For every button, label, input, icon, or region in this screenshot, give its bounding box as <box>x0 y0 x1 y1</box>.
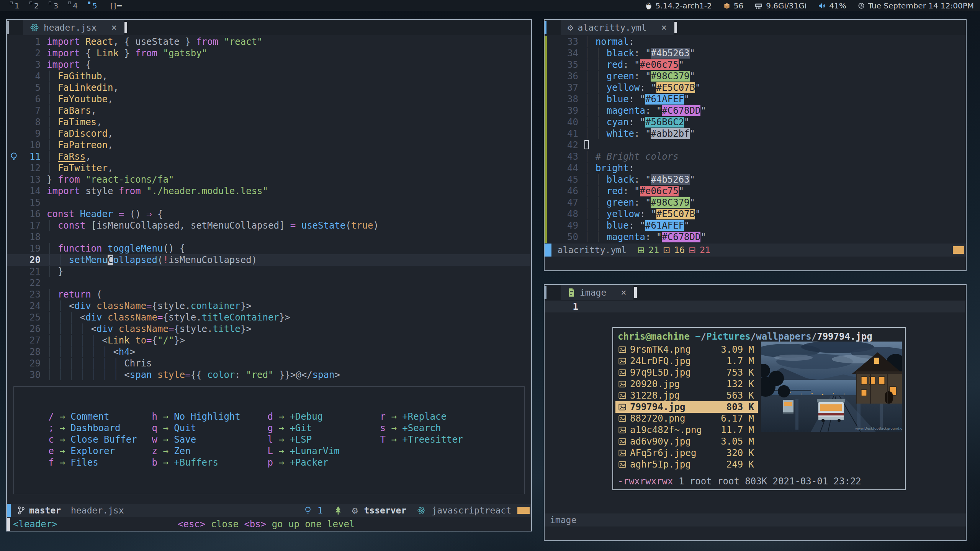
code-line-33[interactable]: 33│ normal: <box>545 36 965 47</box>
whichkey-entry-b[interactable]: b → +Buffers <box>151 457 241 469</box>
file-row-a19c482f~.png[interactable]: a19c482f~.png11.7 M <box>615 424 758 436</box>
code-line-13[interactable]: 13} from "react-icons/fa" <box>7 174 530 185</box>
code-line-25[interactable]: 25│ │ │ <div className={style.titleConta… <box>7 312 530 323</box>
whichkey-entry-s[interactable]: s → +Search <box>380 423 463 434</box>
code-line-26[interactable]: 26│ │ │ │ <div className={style.title}> <box>7 323 530 335</box>
code-line-3[interactable]: 3import { <box>7 59 530 70</box>
code-line-12[interactable]: 12│ FaTwitter, <box>7 162 530 174</box>
whichkey-entry-f[interactable]: f → Files <box>48 457 137 469</box>
code-line-49[interactable]: 49│ │ blue: "#61AFEF" <box>545 220 965 231</box>
whichkey-entry-c[interactable]: c → Close Buffer <box>48 434 137 446</box>
code-line-35[interactable]: 35│ │ red: "#e06c75" <box>545 59 965 70</box>
whichkey-entry-L[interactable]: L → +LunarVim <box>267 446 339 457</box>
whichkey-entry-w[interactable]: w → Save <box>151 434 241 446</box>
command-line-bottom-right[interactable] <box>545 527 966 540</box>
close-icon[interactable]: × <box>621 287 626 298</box>
workspace-button-1[interactable]: 1 <box>10 1 20 10</box>
code-line-41[interactable]: 41│ │ white: "#abb2bf" <box>545 128 965 139</box>
code-line-30[interactable]: 30│ │ │ │ │ │ │ <span style={{ color: "r… <box>7 369 530 381</box>
code-line-23[interactable]: 23│ return ( <box>7 289 530 300</box>
code-line-28[interactable]: 28│ │ │ │ │ │ <h4> <box>7 346 530 358</box>
command-line[interactable]: <leader> <esc> close <bs> go up one leve… <box>7 518 531 531</box>
file-row-31228.jpg[interactable]: 31228.jpg563 K <box>615 390 758 401</box>
whichkey-entry-/[interactable]: / → Comment <box>48 411 137 423</box>
whichkey-entry-p[interactable]: p → +Packer <box>267 457 339 469</box>
code-line-2[interactable]: 2import { Link } from "gatsby" <box>7 47 530 59</box>
code-line-36[interactable]: 36│ │ green: "#98C379" <box>545 70 965 82</box>
code-line-17[interactable]: 17│ const [isMenuCollapsed, setMenuColla… <box>7 220 530 231</box>
code-line-45[interactable]: 45│ │ black: "#4b5263" <box>545 174 965 185</box>
code-line-11[interactable]: 11│ FaRss, <box>7 151 530 162</box>
buffer-line-1[interactable]: 1 <box>545 301 965 312</box>
file-row-24LrDFQ.jpg[interactable]: 24LrDFQ.jpg1.7 M <box>615 355 758 367</box>
code-line-29[interactable]: 29│ │ │ │ │ │ │ Chris <box>7 358 530 369</box>
whichkey-entry-;[interactable]: ; → Dashboard <box>48 423 137 434</box>
workspace-button-5[interactable]: 5 <box>88 1 97 10</box>
code-line-44[interactable]: 44│ bright: <box>545 162 965 174</box>
lightbulb-sign[interactable] <box>7 151 21 162</box>
code-line-48[interactable]: 48│ │ yellow: "#E5C07B" <box>545 208 965 220</box>
code-line-39[interactable]: 39│ │ magenta: "#C678DD" <box>545 105 965 116</box>
code-line-46[interactable]: 46│ │ red: "#e06c75" <box>545 185 965 197</box>
diagnostic-count[interactable]: 1 <box>317 505 323 515</box>
code-line-9[interactable]: 9│ FaDiscord, <box>7 128 530 139</box>
code-line-40[interactable]: 40│ │ cyan: "#56B6C2" <box>545 116 965 128</box>
close-icon[interactable]: × <box>661 22 666 33</box>
code-line-7[interactable]: 7│ FaBars, <box>7 105 530 116</box>
tab-header-jsx[interactable]: header.jsx × <box>23 20 124 35</box>
tab-image[interactable]: image × <box>561 285 633 300</box>
code-line-24[interactable]: 24│ │ <div className={style.container}> <box>7 300 530 312</box>
code-line-1[interactable]: 1import React, { useState } from "react" <box>7 36 530 47</box>
whichkey-entry-d[interactable]: d → +Debug <box>267 411 339 423</box>
whichkey-entry-g[interactable]: g → +Git <box>267 423 339 434</box>
code-line-4[interactable]: 4│ FaGithub, <box>7 70 530 82</box>
whichkey-entry-h[interactable]: h → No Highlight <box>151 411 241 423</box>
file-row-9rsmTK4.png[interactable]: 9rsmTK4.png3.09 M <box>615 344 758 355</box>
file-row-aghr5Ip.jpg[interactable]: aghr5Ip.jpg249 K <box>615 459 758 470</box>
file-row-799794.jpg[interactable]: 799794.jpg803 K <box>615 401 758 413</box>
code-line-16[interactable]: 16const Header = () ⇒ { <box>7 208 530 220</box>
whichkey-entry-e[interactable]: e → Explorer <box>48 446 137 457</box>
workspace-button-4[interactable]: 4 <box>68 1 78 10</box>
file-name: 97q9L5D.jpg <box>630 367 691 378</box>
file-row-97q9L5D.jpg[interactable]: 97q9L5D.jpg753 K <box>615 367 758 378</box>
file-row-882720.png[interactable]: 882720.png6.17 M <box>615 413 758 424</box>
code-line-14[interactable]: 14import style from "./header.module.les… <box>7 185 530 197</box>
code-line-38[interactable]: 38│ │ blue: "#61AFEF" <box>545 93 965 105</box>
whichkey-entry-T[interactable]: T → +Treesitter <box>380 434 463 446</box>
code-line-15[interactable]: 15 <box>7 197 530 208</box>
code-line-37[interactable]: 37│ │ yellow: "#E5C07B" <box>545 82 965 93</box>
file-row-20920.jpg[interactable]: 20920.jpg132 K <box>615 378 758 390</box>
git-branch[interactable]: master <box>29 505 61 515</box>
code-line-22[interactable]: 22 <box>7 277 530 289</box>
tab-alacritty-yml[interactable]: ⚙ alacritty.yml × <box>561 20 674 35</box>
code-line-6[interactable]: 6│ FaYoutube, <box>7 93 530 105</box>
code-line-20[interactable]: 20│ │ setMenuCollapsed(!isMenuCollapsed) <box>7 254 530 266</box>
lsp-server[interactable]: tsserver <box>364 505 407 515</box>
file-row-AFq5r6j.jpeg[interactable]: AFq5r6j.jpeg320 K <box>615 447 758 459</box>
command-line-top-right[interactable] <box>545 257 966 270</box>
whichkey-entry-r[interactable]: r → +Replace <box>380 411 463 423</box>
code-line-21[interactable]: 21│ } <box>7 266 530 277</box>
code-line-47[interactable]: 47│ │ green: "#98C379" <box>545 197 965 208</box>
file-name: ad6v90y.jpg <box>630 436 691 447</box>
whichkey-entry-q[interactable]: q → Quit <box>151 423 241 434</box>
code-line-43[interactable]: 43│ # Bright colors <box>545 151 965 162</box>
whichkey-entry-l[interactable]: l → +LSP <box>267 434 339 446</box>
code-line-18[interactable]: 18 <box>7 231 530 243</box>
layout-symbol[interactable]: []= <box>110 1 123 10</box>
gutter: 18 <box>7 231 47 243</box>
code-line-10[interactable]: 10│ FaPatreon, <box>7 139 530 151</box>
whichkey-entry-z[interactable]: z → Zen <box>151 446 241 457</box>
code-line-8[interactable]: 8│ FaTimes, <box>7 116 530 128</box>
code-line-50[interactable]: 50│ │ magenta: "#C678DD" <box>545 231 965 243</box>
workspace-button-2[interactable]: 2 <box>29 1 39 10</box>
workspace-button-3[interactable]: 3 <box>49 1 58 10</box>
close-icon[interactable]: × <box>111 22 116 33</box>
code-line-42[interactable]: 42 <box>545 139 965 151</box>
code-line-19[interactable]: 19│ function toggleMenu() { <box>7 243 530 254</box>
file-row-ad6v90y.jpg[interactable]: ad6v90y.jpg3.05 M <box>615 436 758 447</box>
code-line-5[interactable]: 5│ FaLinkedin, <box>7 82 530 93</box>
code-line-27[interactable]: 27│ │ │ │ │ <Link to={"/"}> <box>7 335 530 346</box>
code-line-34[interactable]: 34│ │ black: "#4b5263" <box>545 47 965 59</box>
